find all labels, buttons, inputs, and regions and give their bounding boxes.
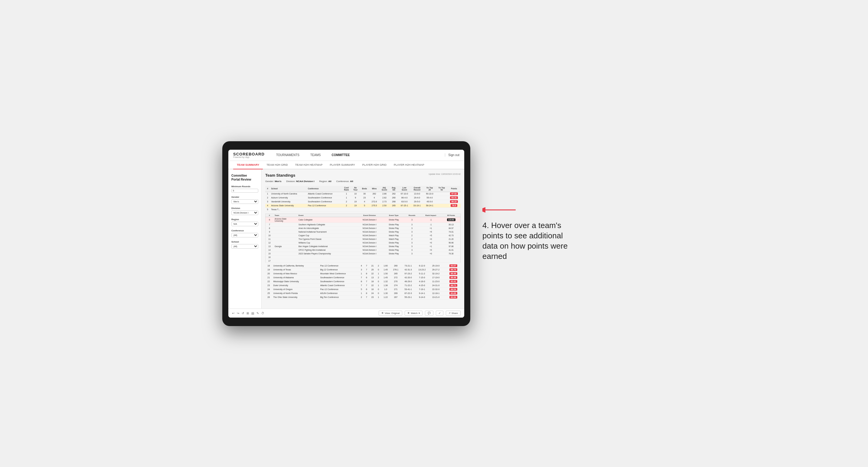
logo-area: SCOREBOARD Powered by clipp [233, 152, 265, 158]
hover-col-rounds: Rounds [404, 214, 420, 217]
hover-col-rank: # [266, 214, 273, 217]
rank-cell: 4 [265, 204, 270, 208]
nav-tournaments[interactable]: TOURNAMENTS [274, 152, 301, 158]
rank-cell: 2 [265, 196, 270, 199]
share-button[interactable]: ↗ Share [446, 311, 461, 316]
hover-table-row: 7 Southern Highlands Collegiate NCAA Div… [266, 223, 461, 226]
hover-table-row: 10 Copper Cup NCAA Division I Match Play… [266, 234, 461, 237]
region-filter: Region: All [319, 180, 332, 183]
hover-table-row: 15 2023 Sahalee Players Championship NCA… [266, 252, 461, 255]
top-nav: SCOREBOARD Powered by clipp TOURNAMENTS … [228, 150, 464, 161]
min-rounds-input[interactable] [231, 189, 258, 193]
logo-sub: Powered by clipp [233, 156, 265, 158]
share-icon: ↗ [448, 312, 451, 315]
page-wrapper: SCOREBOARD Powered by clipp TOURNAMENTS … [222, 141, 646, 326]
school-cell: University of North Carolina [270, 192, 307, 196]
expand-button[interactable]: ⤢ [436, 311, 443, 316]
table-row: 5 Texas T... [265, 208, 461, 211]
arrow-row [483, 206, 573, 214]
table-row-highlighted: 4 Arizona State University Pac-12 Confer… [265, 204, 461, 208]
hover-table-row: 16 [266, 255, 461, 259]
nav-committee[interactable]: COMMITTEE [330, 152, 351, 158]
tab-player-h2h-heatmap[interactable]: PLAYER H2H HEATMAP [390, 161, 428, 169]
clock-icon[interactable]: ⏱ [261, 312, 264, 315]
watch-icon: 👁 [407, 312, 410, 315]
rank-cell: 1 [265, 192, 270, 196]
right-panel: Team Standings Update time: 13/03/2024 1… [261, 169, 464, 309]
col-no-tour: NoTour [351, 186, 360, 192]
conference-label: Conference [231, 229, 258, 232]
annotation: 4. Hover over a team's points to see add… [483, 206, 573, 261]
min-rounds-label: Minimum Rounds [231, 185, 258, 188]
gender-select[interactable]: Men's [231, 199, 258, 204]
view-original-button[interactable]: 👁 View: Original [379, 311, 402, 316]
conference-cell: Atlantic Coast Conference [307, 192, 342, 196]
nav-teams[interactable]: TEAMS [309, 152, 322, 158]
annotation-text: 4. Hover over a team's points to see add… [483, 220, 573, 261]
school-cell: Auburn University [270, 196, 307, 199]
view-icon: 👁 [381, 312, 384, 315]
school-cell: Arizona State University [270, 204, 307, 208]
tab-team-h2h-heatmap[interactable]: TEAM H2H HEATMAP [291, 161, 326, 169]
table-row: 20 University of New Mexico Mountain Wes… [265, 272, 461, 276]
tab-player-summary[interactable]: PLAYER SUMMARY [326, 161, 359, 169]
red-arrow-icon [483, 206, 519, 214]
standings-table-bottom: 18 University of California, Berkeley Pa… [265, 264, 461, 300]
update-time: Update time: 13/03/2024 10:03:42 [429, 173, 461, 175]
reset-icon[interactable]: ↺ [242, 312, 244, 315]
hover-table-row: 12 Williams Cup NCAA Division I Stroke P… [266, 241, 461, 244]
conference-filter: Conference: All [336, 180, 353, 183]
hover-table-row: 14 OFCC Fighting Illini Invitational NCA… [266, 248, 461, 252]
col-overall-record: OverallRecord [411, 186, 424, 192]
sub-nav: TEAM SUMMARY TEAM H2H GRID TEAM H2H HEAT… [228, 161, 464, 169]
col-vs-top-25: Vs Top25 [424, 186, 436, 192]
conference-cell [307, 208, 342, 211]
hover-table-row: 8 Amer An Intercollegiate NCAA Division … [266, 226, 461, 230]
comment-icon: 💬 [428, 312, 431, 315]
col-wins: Wins [369, 186, 379, 192]
col-bnds: Bnds [360, 186, 369, 192]
division-select[interactable]: NCAA Division I [231, 211, 258, 215]
table-row: 21 University of Alabama Southeastern Co… [265, 276, 461, 279]
hover-table-row: 17 [266, 259, 461, 262]
grid-icon[interactable]: ▤ [251, 312, 254, 315]
hover-col-w-points: W Points [442, 214, 460, 217]
col-conf-rank: ConfRank [342, 186, 351, 192]
copy-icon[interactable]: ⊞ [247, 312, 249, 315]
school-select[interactable]: (All) [231, 244, 258, 249]
conference-select[interactable]: (All) [231, 233, 258, 238]
col-school: School [270, 186, 307, 192]
table-row: 23 Duke University Atlantic Coast Confer… [265, 283, 461, 287]
standings-table: # School Conference ConfRank NoTour Bnds… [265, 186, 461, 212]
region-select[interactable]: N/A [231, 222, 258, 226]
watch-button[interactable]: 👁 Watch ▾ [405, 311, 422, 316]
hover-col-team: Team [273, 214, 297, 217]
col-vs-top-50: Vs Top50 [436, 186, 447, 192]
col-adj-score: Adj.Score [379, 186, 390, 192]
hover-detail-table: # Team Event Event Division Event Type R… [265, 214, 461, 263]
tab-player-h2h-grid[interactable]: PLAYER H2H GRID [359, 161, 390, 169]
hover-table-row: 13 Georgia Ben Hogan Collegiate Invitati… [266, 244, 461, 248]
table-row: 19 University of Texas Big 12 Conference… [265, 268, 461, 272]
undo-icon[interactable]: ↩ [232, 312, 235, 315]
bottom-toolbar: ↩ ↪ ↺ ⊞ ▤ ✎ ⏱ 👁 View: Original 👁 Watch ▾ [228, 309, 464, 318]
sign-out-link[interactable]: Sign out [445, 153, 459, 157]
gender-label: Gender [231, 196, 258, 198]
tab-team-summary[interactable]: TEAM SUMMARY [233, 161, 263, 169]
table-row: 24 University of Oregon Pac-12 Conferenc… [265, 287, 461, 291]
edit-icon[interactable]: ✎ [256, 312, 259, 315]
comment-button[interactable]: 💬 [425, 311, 433, 316]
tablet-device: SCOREBOARD Powered by clipp TOURNAMENTS … [222, 141, 470, 326]
hover-table-row: 6 Arizona StateUniversity Cabo Collegiat… [266, 217, 461, 223]
table-row: 25 University of North Florida ASUN Conf… [265, 291, 461, 295]
table-row: 3 Vanderbilt University Southeastern Con… [265, 199, 461, 204]
standings-header: Team Standings Update time: 13/03/2024 1… [265, 173, 461, 178]
standings-title: Team Standings [265, 173, 295, 178]
col-points: Points [447, 186, 461, 192]
tablet-screen: SCOREBOARD Powered by clipp TOURNAMENTS … [228, 150, 464, 318]
col-low-score: LowScore [398, 186, 411, 192]
tab-team-h2h-grid[interactable]: TEAM H2H GRID [263, 161, 291, 169]
conference-cell: Southeastern Conference [307, 196, 342, 199]
hover-col-rank-impact: Rank Impact [420, 214, 442, 217]
redo-icon[interactable]: ↪ [237, 312, 239, 315]
